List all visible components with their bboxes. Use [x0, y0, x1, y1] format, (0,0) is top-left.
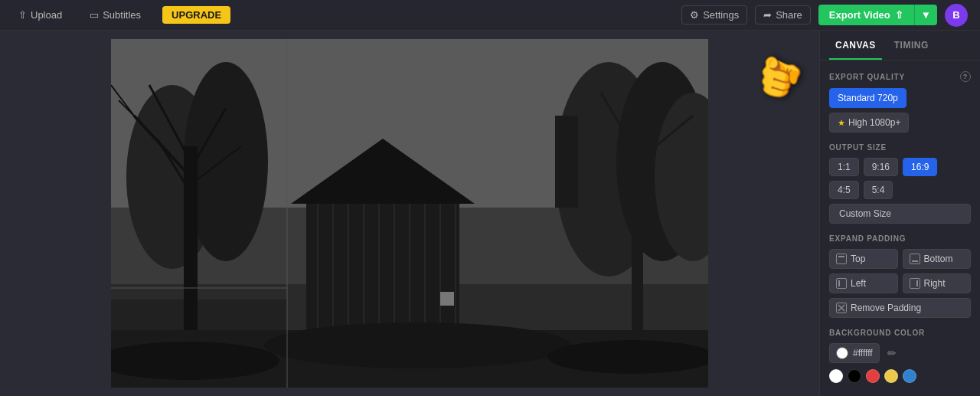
padding-left-button[interactable]: Left: [829, 273, 898, 293]
export-video-button[interactable]: Export Video ⇧: [818, 5, 914, 25]
subtitles-button[interactable]: ▭ Subtitles: [83, 6, 147, 24]
remove-padding-button[interactable]: Remove Padding: [829, 298, 971, 318]
preset-yellow[interactable]: [884, 369, 898, 383]
info-icon[interactable]: ?: [960, 71, 971, 82]
color-hex-value: #ffffff: [853, 348, 873, 358]
nav-left: ⇧ Upload ▭ Subtitles UPGRADE: [12, 6, 666, 24]
svg-rect-45: [916, 280, 918, 286]
export-group: Export Video ⇧ ▼: [818, 5, 937, 25]
quality-buttons: Standard 720p ★ High 1080p+: [829, 88, 971, 133]
svg-point-38: [547, 340, 708, 374]
svg-rect-43: [912, 260, 918, 262]
padding-top-icon: [836, 254, 847, 264]
size-16-9-button[interactable]: 16:9: [903, 158, 937, 176]
color-row: #ffffff ✏: [829, 343, 971, 383]
upload-icon: ⇧: [18, 9, 27, 21]
padding-left-icon: [836, 278, 847, 289]
settings-button[interactable]: ⚙ Settings: [681, 5, 747, 25]
upload-button[interactable]: ⇧ Upload: [12, 6, 68, 24]
padding-bottom-button[interactable]: Bottom: [903, 249, 972, 269]
expand-padding-label: EXPAND PADDING: [829, 234, 971, 243]
main-area: 🫵 CANVAS TIMING EXPORT QUALITY ? Stand: [0, 31, 980, 396]
upgrade-button[interactable]: UPGRADE: [162, 6, 230, 24]
padding-right-icon: [910, 278, 920, 289]
background-color-section: BACKGROUND COLOR #ffffff ✏: [829, 329, 971, 383]
padding-top-button[interactable]: Top: [829, 249, 898, 269]
svg-rect-44: [838, 280, 840, 286]
export-quality-label: EXPORT QUALITY ?: [829, 71, 971, 82]
video-preview: [111, 39, 708, 388]
top-navigation: ⇧ Upload ▭ Subtitles UPGRADE ⚙ Settings …: [0, 0, 980, 31]
output-size-label: OUTPUT SIZE: [829, 143, 971, 152]
color-value-box[interactable]: #ffffff: [829, 343, 880, 363]
share-icon: ➦: [763, 9, 772, 21]
gear-icon: ⚙: [690, 9, 699, 21]
padding-buttons: Top Bottom Left: [829, 249, 971, 318]
size-4-5-button[interactable]: 4:5: [829, 181, 859, 199]
subtitles-icon: ▭: [90, 9, 99, 21]
bg-color-label: BACKGROUND COLOR: [829, 329, 971, 337]
quality-standard-button[interactable]: Standard 720p: [829, 88, 906, 108]
color-swatch-white: [836, 347, 848, 359]
canvas-area: 🫵: [0, 31, 819, 396]
eyedropper-icon: ✏: [887, 347, 897, 359]
panel-tabs: CANVAS TIMING: [820, 31, 980, 61]
svg-rect-9: [306, 200, 459, 330]
remove-padding-icon: [836, 303, 847, 313]
preset-red[interactable]: [866, 369, 880, 383]
right-panel: CANVAS TIMING EXPORT QUALITY ? Standard …: [819, 31, 980, 396]
preset-white[interactable]: [829, 369, 843, 383]
size-9-16-button[interactable]: 9:16: [864, 158, 898, 176]
svg-rect-21: [440, 292, 454, 306]
custom-size-button[interactable]: Custom Size: [829, 204, 971, 224]
size-buttons: 1:1 9:16 16:9 4:5 5:4: [829, 158, 971, 199]
quality-high-button[interactable]: ★ High 1080p+: [829, 113, 909, 133]
svg-rect-42: [838, 256, 844, 257]
svg-rect-22: [555, 116, 578, 208]
tab-timing[interactable]: TIMING: [888, 31, 935, 60]
tab-canvas[interactable]: CANVAS: [829, 31, 882, 60]
preview-image: [111, 39, 708, 388]
share-button[interactable]: ➦ Share: [755, 5, 811, 25]
export-dropdown-button[interactable]: ▼: [914, 5, 937, 25]
preset-blue[interactable]: [903, 369, 916, 383]
export-quality-section: EXPORT QUALITY ? Standard 720p ★ High 10…: [829, 71, 971, 133]
avatar-button[interactable]: B: [945, 4, 968, 27]
export-icon: ⇧: [895, 9, 903, 21]
star-icon: ★: [838, 118, 845, 128]
svg-point-36: [264, 322, 570, 368]
panel-body: EXPORT QUALITY ? Standard 720p ★ High 10…: [820, 61, 980, 394]
padding-right-button[interactable]: Right: [903, 273, 972, 293]
nav-right: ⚙ Settings ➦ Share Export Video ⇧ ▼ B: [681, 4, 968, 27]
eyedropper-button[interactable]: ✏: [886, 345, 898, 361]
size-5-4-button[interactable]: 5:4: [864, 181, 893, 199]
preset-black[interactable]: [848, 369, 861, 383]
output-size-section: OUTPUT SIZE 1:1 9:16 16:9 4:5: [829, 143, 971, 224]
expand-padding-section: EXPAND PADDING Top Bottom: [829, 234, 971, 318]
padding-bottom-icon: [910, 254, 920, 264]
preset-colors: [829, 369, 916, 383]
cursor-pointer-overlay: 🫵: [746, 43, 812, 108]
size-1-1-button[interactable]: 1:1: [829, 158, 859, 176]
chevron-down-icon: ▼: [921, 9, 931, 21]
